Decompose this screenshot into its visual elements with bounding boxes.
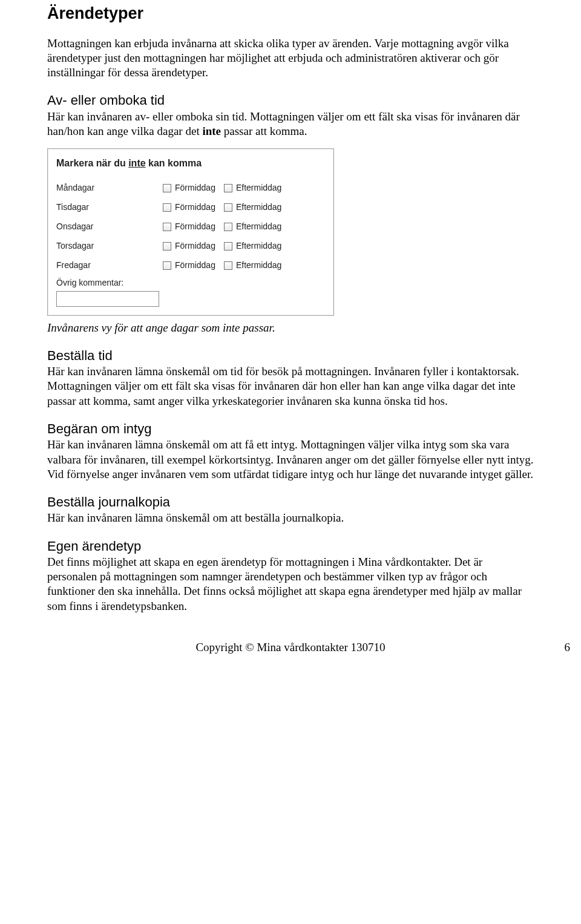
checkbox-label-fm: Förmiddag xyxy=(175,260,215,271)
checkbox-fredag-em[interactable] xyxy=(224,261,232,270)
form-title: Markera när du inte kan komma xyxy=(56,157,325,169)
intro-paragraph: Mottagningen kan erbjuda invånarna att s… xyxy=(47,36,534,80)
heading-begaran: Begäran om intyg xyxy=(47,421,534,437)
body-begaran: Här kan invånaren lämna önskemål om att … xyxy=(47,437,534,482)
checkbox-tisdag-fm[interactable] xyxy=(163,203,171,212)
form-caption: Invånarens vy för att ange dagar som int… xyxy=(47,321,534,335)
checkbox-torsdag-em[interactable] xyxy=(224,242,232,251)
checkbox-label-fm: Förmiddag xyxy=(175,241,215,252)
body-egen: Det finns möjlighet att skapa en egen är… xyxy=(47,555,534,614)
checkbox-label-em: Eftermiddag xyxy=(236,241,281,252)
heading-avboka: Av- eller omboka tid xyxy=(47,92,534,109)
day-label: Torsdagar xyxy=(56,241,163,252)
day-label: Onsdagar xyxy=(56,221,163,232)
page-number: 6 xyxy=(565,640,571,655)
body-bestalla: Här kan invånaren lämna önskemål om tid … xyxy=(47,364,534,408)
checkbox-label-fm: Förmiddag xyxy=(175,202,215,213)
heading-journal: Beställa journalkopia xyxy=(47,494,534,511)
comment-label: Övrig kommentar: xyxy=(56,278,325,289)
day-label: Tisdagar xyxy=(56,202,163,213)
day-row: Måndagar Förmiddag Eftermiddag xyxy=(56,179,325,198)
day-row: Onsdagar Förmiddag Eftermiddag xyxy=(56,217,325,237)
page-title: Ärendetyper xyxy=(47,3,534,24)
heading-bestalla: Beställa tid xyxy=(47,347,534,364)
checkbox-torsdag-fm[interactable] xyxy=(163,242,171,251)
footer: Copyright © Mina vårdkontakter 130710 6 xyxy=(47,640,534,655)
body-journal: Här kan invånaren lämna önskemål om att … xyxy=(47,511,534,525)
checkbox-fredag-fm[interactable] xyxy=(163,261,171,270)
heading-egen: Egen ärendetyp xyxy=(47,538,534,555)
checkbox-mandag-fm[interactable] xyxy=(163,184,171,192)
checkbox-label-em: Eftermiddag xyxy=(236,221,281,232)
availability-form: Markera när du inte kan komma Måndagar F… xyxy=(47,148,334,315)
checkbox-label-fm: Förmiddag xyxy=(175,221,215,232)
comment-input[interactable] xyxy=(56,291,159,307)
body-avboka: Här kan invånaren av- eller omboka sin t… xyxy=(47,110,534,139)
checkbox-label-em: Eftermiddag xyxy=(236,202,281,213)
checkbox-onsdag-fm[interactable] xyxy=(163,223,171,231)
day-row: Tisdagar Förmiddag Eftermiddag xyxy=(56,198,325,217)
checkbox-mandag-em[interactable] xyxy=(224,184,232,192)
copyright: Copyright © Mina vårdkontakter 130710 xyxy=(195,641,385,654)
day-label: Fredagar xyxy=(56,260,163,271)
day-row: Fredagar Förmiddag Eftermiddag xyxy=(56,256,325,275)
checkbox-label-em: Eftermiddag xyxy=(236,183,281,194)
day-label: Måndagar xyxy=(56,183,163,194)
checkbox-tisdag-em[interactable] xyxy=(224,203,232,212)
day-row: Torsdagar Förmiddag Eftermiddag xyxy=(56,237,325,256)
checkbox-label-fm: Förmiddag xyxy=(175,183,215,194)
checkbox-onsdag-em[interactable] xyxy=(224,223,232,231)
checkbox-label-em: Eftermiddag xyxy=(236,260,281,271)
